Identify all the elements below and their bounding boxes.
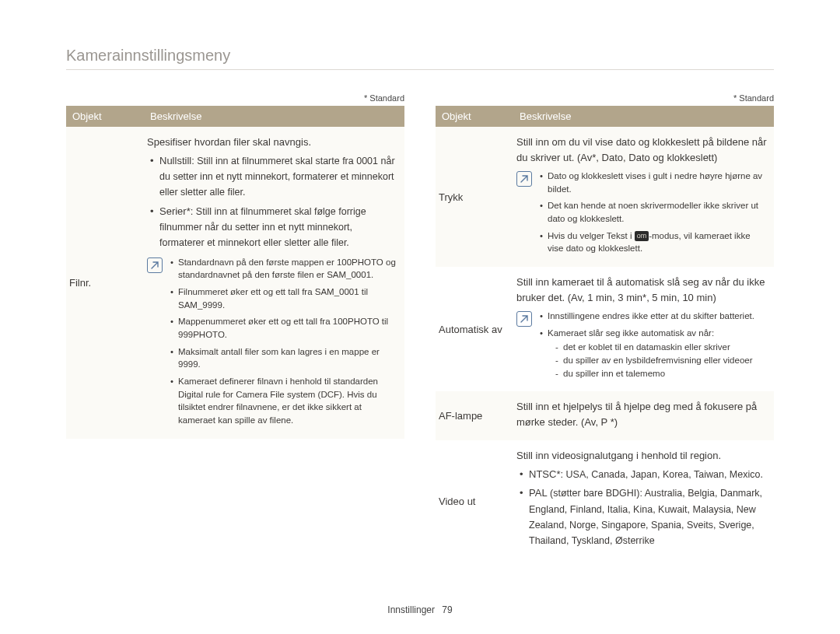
table-row: Automatisk av Still inn kameraet til å a… [436,267,774,391]
dash-list: det er koblet til en datamaskin eller sk… [548,341,754,380]
bullet-text: Still inn at filnummeret skal starte fra… [159,156,395,198]
note-item: Filnummeret øker ett og ett tall fra SAM… [170,285,398,311]
bullet-lead: PAL [529,487,548,499]
row-intro: Still inn om du vil vise dato og klokkes… [516,135,768,165]
list-item: PAL (støtter bare BDGHI): Australia, Bel… [520,485,768,549]
cell-objekt: Automatisk av [436,267,513,391]
note-icon [147,257,163,273]
standard-note-right: * Standard [436,93,774,103]
cell-objekt: Trykk [436,127,513,267]
note-icon [516,311,532,327]
cell-objekt: AF-lampe [436,391,513,440]
note-text: Kameraet slår seg ikke automatisk av når… [548,328,714,338]
note-item: Standardnavn på den første mappen er 100… [170,256,398,282]
note-item: Hvis du velger Tekst i om-modus, vil kam… [540,229,768,255]
note-item: Kameraet slår seg ikke automatisk av når… [540,327,754,380]
page-footer: Innstillinger 79 [0,604,840,615]
bullet-list: NTSC*: USA, Canada, Japan, Korea, Taiwan… [516,467,768,549]
cell-beskrivelse: Still inn om du vil vise dato og klokkes… [513,127,774,267]
note-item: Dato og klokkeslett vises i gult i nedre… [540,170,768,195]
note-icon [516,171,532,187]
note-item: Mappenummeret øker ett og ett tall fra 1… [170,315,398,341]
mode-chip-icon: om [635,231,649,241]
note-item: Det kan hende at noen skrivermodeller ik… [540,199,768,225]
row-intro: Spesifiser hvordan filer skal navngis. [147,135,398,150]
table-row: Trykk Still inn om du vil vise dato og k… [436,127,774,267]
note-item: Maksimalt antall filer som kan lagres i … [170,345,398,371]
bullet-lead: Serier*: [159,205,193,217]
note-box: Standardnavn på den første mappen er 100… [147,256,398,431]
th-objekt: Objekt [436,106,513,127]
table-row: Filnr. Spesifiser hvordan filer skal nav… [66,127,404,439]
cell-beskrivelse: Still inn et hjelpelys til å hjelpe deg … [513,391,774,440]
note-list: Innstillingene endres ikke etter at du s… [540,310,754,384]
bullet-lead2: (støtter bare BDGHI): [548,488,642,499]
note-text: Hvis du velger Tekst i [548,231,635,240]
cell-beskrivelse: Still inn videosignalutgang i henhold ti… [513,440,774,561]
note-box: Innstillingene endres ikke etter at du s… [516,310,768,384]
left-column: * Standard Objekt Beskrivelse Filnr. Spe… [66,93,404,562]
standard-note-left: * Standard [66,93,404,103]
bullet-text: USA, Canada, Japan, Korea, Taiwan, Mexic… [563,469,763,480]
table-right: Objekt Beskrivelse Trykk Still inn om du… [436,106,774,562]
cell-objekt: Filnr. [66,127,144,439]
table-row: AF-lampe Still inn et hjelpelys til å hj… [436,391,774,440]
note-item: Kameraet definerer filnavn i henhold til… [170,375,398,427]
row-intro: Still inn kameraet til å automatisk slå … [516,275,768,305]
note-list: Standardnavn på den første mappen er 100… [170,256,398,431]
th-beskrivelse: Beskrivelse [513,106,774,127]
row-intro: Still inn et hjelpelys til å hjelpe deg … [516,399,768,429]
th-objekt: Objekt [66,106,144,127]
page-number: 79 [442,604,452,615]
right-column: * Standard Objekt Beskrivelse Trykk Stil… [436,93,774,562]
bullet-lead: Nullstill: [159,155,194,166]
list-item: NTSC*: USA, Canada, Japan, Korea, Taiwan… [520,467,768,482]
note-box: Dato og klokkeslett vises i gult i nedre… [516,170,768,259]
dash-item: det er koblet til en datamaskin eller sk… [555,341,754,354]
cell-objekt: Video ut [436,440,513,561]
th-beskrivelse: Beskrivelse [144,106,404,127]
page-title: Kamerainnstillingsmeny [66,47,774,70]
bullet-lead: NTSC*: [529,468,563,480]
table-left: Objekt Beskrivelse Filnr. Spesifiser hvo… [66,106,404,439]
table-row: Video ut Still inn videosignalutgang i h… [436,440,774,561]
row-intro: Still inn videosignalutgang i henhold ti… [516,448,768,464]
dash-item: du spiller inn et talememo [555,367,754,380]
list-item: Nullstill: Still inn at filnummeret skal… [150,153,398,201]
bullet-list: Nullstill: Still inn at filnummeret skal… [147,153,398,251]
dash-item: du spiller av en lysbildefremvisning ell… [555,354,754,367]
cell-beskrivelse: Still inn kameraet til å automatisk slå … [513,267,774,391]
cell-beskrivelse: Spesifiser hvordan filer skal navngis. N… [144,127,404,439]
footer-label: Innstillinger [387,604,435,615]
note-item: Innstillingene endres ikke etter at du s… [540,310,754,323]
list-item: Serier*: Still inn at filnummeret skal f… [150,204,398,251]
note-list: Dato og klokkeslett vises i gult i nedre… [540,170,768,259]
content-columns: * Standard Objekt Beskrivelse Filnr. Spe… [66,93,774,562]
